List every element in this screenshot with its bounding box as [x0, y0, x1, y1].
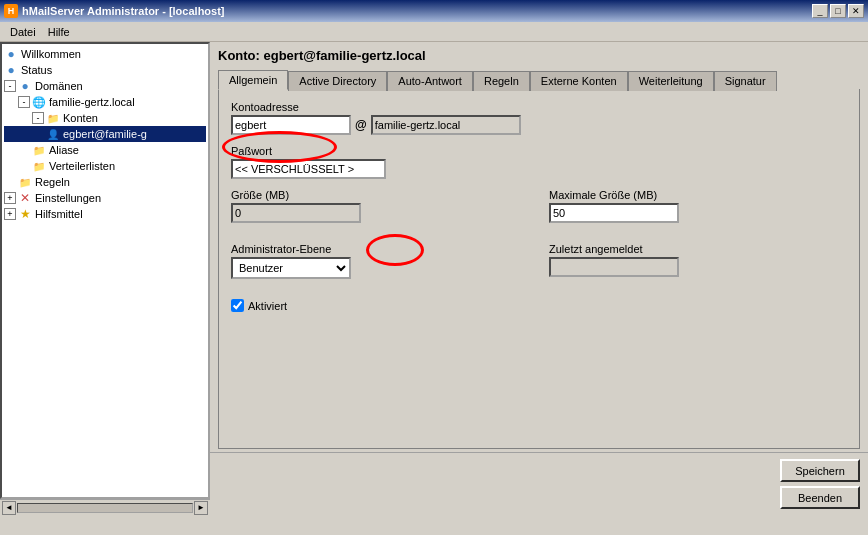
aktiviert-row: Aktiviert	[231, 299, 847, 312]
kontoadresse-label: Kontoadresse	[231, 101, 847, 113]
kontoadresse-input[interactable]	[231, 115, 351, 135]
passwort-label: Paßwort	[231, 145, 847, 157]
tree-scroll-area[interactable]: ● Willkommen ● Status - ● Domänen	[0, 42, 210, 499]
tree-item-aliase[interactable]: 📁 Aliase	[4, 142, 206, 158]
willkommen-icon: ●	[4, 47, 18, 61]
domaenen-icon: ●	[18, 79, 32, 93]
app-icon: H	[4, 4, 18, 18]
at-sign: @	[355, 118, 367, 132]
max-groesse-input[interactable]	[549, 203, 679, 223]
tree-item-familie-gertz[interactable]: - 🌐 familie-gertz.local	[4, 94, 206, 110]
aktiviert-checkbox[interactable]	[231, 299, 244, 312]
max-groesse-group: Maximale Größe (MB)	[549, 189, 847, 223]
admin-group: Administrator-Ebene Benutzer Domäne Syst…	[231, 243, 847, 289]
size-group: Größe (MB) Maximale Größe (MB)	[231, 189, 847, 233]
content-panel: Konto: egbert@familie-gertz.local Allgem…	[210, 42, 868, 515]
account-icon: 👤	[46, 127, 60, 141]
zuletzt-group: Zuletzt angemeldet	[549, 243, 847, 279]
verteilerlisten-icon: 📁	[32, 159, 46, 173]
tree-item-konten[interactable]: - 📁 Konten	[4, 110, 206, 126]
maximize-button[interactable]: □	[830, 4, 846, 18]
hilfsmittel-expander[interactable]: +	[4, 208, 16, 220]
tab-active-directory[interactable]: Active Directory	[288, 71, 387, 91]
tree-item-willkommen[interactable]: ● Willkommen	[4, 46, 206, 62]
tree-item-verteilerlisten[interactable]: 📁 Verteilerlisten	[4, 158, 206, 174]
menu-hilfe[interactable]: Hilfe	[42, 24, 76, 40]
window-title: hMailServer Administrator - [localhost]	[22, 5, 225, 17]
admin-ebene-group: Administrator-Ebene Benutzer Domäne Syst…	[231, 243, 529, 279]
tab-bar: Allgemein Active Directory Auto-Antwort …	[218, 69, 860, 89]
tree-hscrollbar[interactable]: ◄ ►	[0, 499, 210, 515]
speichern-button[interactable]: Speichern	[780, 459, 860, 482]
status-icon: ●	[4, 63, 18, 77]
zuletzt-label: Zuletzt angemeldet	[549, 243, 847, 255]
tab-weiterleitung[interactable]: Weiterleitung	[628, 71, 714, 91]
tree-item-hilfsmittel[interactable]: + ★ Hilfsmittel	[4, 206, 206, 222]
tree-item-regeln[interactable]: 📁 Regeln	[4, 174, 206, 190]
domain-input	[371, 115, 521, 135]
minimize-button[interactable]: _	[812, 4, 828, 18]
tree-item-domaenen[interactable]: - ● Domänen	[4, 78, 206, 94]
konten-expander[interactable]: -	[32, 112, 44, 124]
regeln-icon: 📁	[18, 175, 32, 189]
aliase-icon: 📁	[32, 143, 46, 157]
einstellungen-icon: ✕	[18, 191, 32, 205]
aktiviert-label: Aktiviert	[248, 300, 287, 312]
tab-regeln[interactable]: Regeln	[473, 71, 530, 91]
zuletzt-input	[549, 257, 679, 277]
page-title: Konto: egbert@familie-gertz.local	[218, 48, 860, 63]
groesse-label: Größe (MB)	[231, 189, 529, 201]
close-button[interactable]: ✕	[848, 4, 864, 18]
groesse-group: Größe (MB)	[231, 189, 529, 223]
kontoadresse-group: Kontoadresse @	[231, 101, 847, 135]
domain-icon: 🌐	[32, 95, 46, 109]
hscroll-left-btn[interactable]: ◄	[2, 501, 16, 515]
tab-signatur[interactable]: Signatur	[714, 71, 777, 91]
tab-allgemein[interactable]: Allgemein	[218, 70, 288, 90]
groesse-input	[231, 203, 361, 223]
tree-panel: ● Willkommen ● Status - ● Domänen	[0, 42, 210, 515]
konten-icon: 📁	[46, 111, 60, 125]
admin-ebene-label: Administrator-Ebene	[231, 243, 529, 255]
hscroll-track[interactable]	[17, 503, 193, 513]
passwort-input[interactable]	[231, 159, 386, 179]
passwort-group: Paßwort	[231, 145, 847, 179]
tree-item-einstellungen[interactable]: + ✕ Einstellungen	[4, 190, 206, 206]
menu-bar: Datei Hilfe	[0, 22, 868, 42]
hilfsmittel-icon: ★	[18, 207, 32, 221]
tree-item-status[interactable]: ● Status	[4, 62, 206, 78]
form-panel: Kontoadresse @ Paßwort Größe (MB)	[218, 89, 860, 449]
title-bar: H hMailServer Administrator - [localhost…	[0, 0, 868, 22]
beenden-button[interactable]: Beenden	[780, 486, 860, 509]
admin-ebene-select[interactable]: Benutzer Domäne System	[231, 257, 351, 279]
einstellungen-expander[interactable]: +	[4, 192, 16, 204]
tab-auto-antwort[interactable]: Auto-Antwort	[387, 71, 473, 91]
tab-externe-konten[interactable]: Externe Konten	[530, 71, 628, 91]
max-groesse-label: Maximale Größe (MB)	[549, 189, 847, 201]
domaenen-expander[interactable]: -	[4, 80, 16, 92]
hscroll-right-btn[interactable]: ►	[194, 501, 208, 515]
menu-datei[interactable]: Datei	[4, 24, 42, 40]
tree-item-egbert[interactable]: 👤 egbert@familie-g	[4, 126, 206, 142]
familie-gertz-expander[interactable]: -	[18, 96, 30, 108]
